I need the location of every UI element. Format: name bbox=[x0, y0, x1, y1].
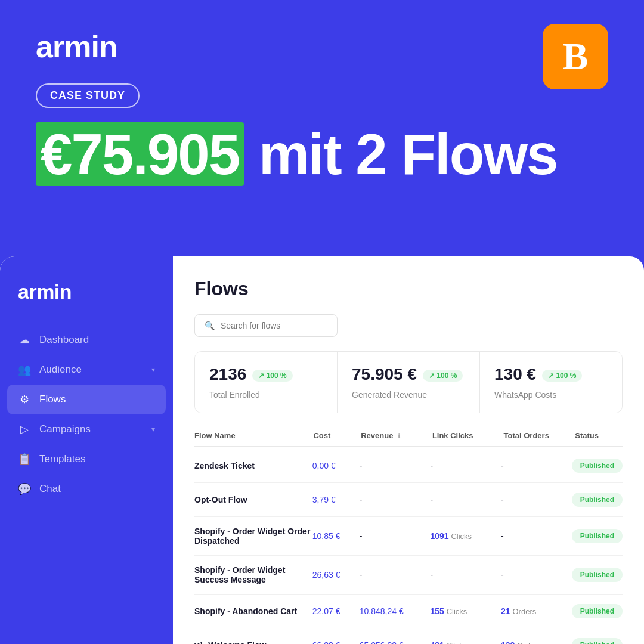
sidebar-item-dashboard[interactable]: ☁ Dashboard bbox=[0, 325, 173, 355]
status-badge: Published bbox=[572, 638, 623, 644]
cell-cost: 10,85 € bbox=[312, 531, 360, 541]
stat-card-enrolled: 2136 ↗ 100 % Total Enrolled bbox=[195, 352, 338, 413]
stat-label-costs: WhatsApp Costs bbox=[494, 390, 608, 400]
col-header-name: Flow Name bbox=[194, 431, 313, 440]
sidebar-item-flows[interactable]: ⚙ Flows bbox=[7, 385, 166, 414]
cell-status: Published bbox=[572, 493, 623, 507]
sidebar-item-label: Flows bbox=[39, 394, 66, 405]
stat-value-enrolled: 2136 bbox=[209, 365, 246, 384]
sidebar-item-templates[interactable]: 📋 Templates bbox=[0, 444, 173, 474]
campaigns-icon: ▷ bbox=[18, 423, 31, 436]
col-header-status: Status bbox=[575, 431, 623, 440]
cell-total-orders: - bbox=[501, 570, 572, 580]
status-badge: Published bbox=[572, 493, 623, 507]
search-input[interactable] bbox=[221, 321, 327, 330]
app-section: armin ☁ Dashboard 👥 Audience ▾ ⚙ Flows ▷… bbox=[0, 256, 644, 644]
audience-icon: 👥 bbox=[18, 363, 31, 376]
templates-icon: 📋 bbox=[18, 453, 31, 466]
main-content: Flows 🔍 2136 ↗ 100 % Total Enrolled 75.9… bbox=[173, 256, 644, 644]
sidebar-item-label: Templates bbox=[39, 453, 85, 465]
cell-revenue: - bbox=[360, 495, 431, 504]
cell-flow-name: v1_Welcome Flow bbox=[194, 640, 312, 644]
hero-headline: €75.905 mit 2 Flows bbox=[36, 125, 608, 185]
stat-label-revenue: Generated Revenue bbox=[352, 390, 465, 400]
stat-badge-costs: ↗ 100 % bbox=[542, 370, 582, 382]
cell-link-clicks: 1091 Clicks bbox=[430, 531, 501, 541]
dashboard-icon: ☁ bbox=[18, 333, 31, 346]
cell-flow-name: Shopify - Order Widget Order Dispatched bbox=[194, 527, 312, 546]
table-row[interactable]: Opt-Out Flow 3,79 € - - - Published bbox=[194, 483, 623, 517]
stat-badge-revenue: ↗ 100 % bbox=[423, 370, 463, 382]
cell-revenue: 65.056,88 € bbox=[360, 640, 431, 644]
table-header: Flow Name Cost Revenue ℹ Link Clicks Tot… bbox=[194, 425, 623, 447]
sidebar-item-label: Dashboard bbox=[39, 334, 89, 346]
status-badge: Published bbox=[572, 459, 623, 473]
stats-row: 2136 ↗ 100 % Total Enrolled 75.905 € ↗ 1… bbox=[194, 351, 623, 413]
table-row[interactable]: Shopify - Order Widget Success Message 2… bbox=[194, 556, 623, 595]
cell-total-orders: - bbox=[501, 531, 572, 541]
sidebar-item-audience[interactable]: 👥 Audience ▾ bbox=[0, 355, 173, 385]
cell-total-orders: - bbox=[501, 495, 572, 504]
stat-label-enrolled: Total Enrolled bbox=[209, 390, 323, 400]
cell-flow-name: Shopify - Order Widget Success Message bbox=[194, 565, 312, 584]
col-header-clicks: Link Clicks bbox=[432, 431, 504, 440]
cell-total-orders: 132 Orders bbox=[501, 640, 572, 644]
sidebar-item-label: Campaigns bbox=[39, 423, 91, 435]
chat-icon: 💬 bbox=[18, 482, 31, 496]
hero-logo: armin bbox=[36, 29, 608, 64]
cell-cost: 0,00 € bbox=[312, 461, 360, 470]
flows-icon: ⚙ bbox=[18, 393, 31, 406]
sidebar-item-label: Audience bbox=[39, 364, 82, 376]
cell-cost: 26,63 € bbox=[312, 570, 360, 580]
info-icon: ℹ bbox=[398, 432, 400, 439]
search-bar[interactable]: 🔍 bbox=[194, 314, 338, 337]
stat-card-costs: 130 € ↗ 100 % WhatsApp Costs bbox=[480, 352, 622, 413]
col-header-cost: Cost bbox=[313, 431, 361, 440]
partner-logo-letter: B bbox=[563, 35, 589, 79]
stat-card-revenue: 75.905 € ↗ 100 % Generated Revenue bbox=[338, 352, 480, 413]
cell-flow-name: Shopify - Abandoned Cart bbox=[194, 606, 312, 616]
cell-cost: 66,88 € bbox=[312, 640, 360, 644]
cell-status: Published bbox=[572, 568, 623, 582]
cell-status: Published bbox=[572, 529, 623, 543]
cell-link-clicks: 481 Clicks bbox=[430, 640, 501, 644]
table-row[interactable]: Shopify - Order Widget Order Dispatched … bbox=[194, 517, 623, 556]
cell-revenue: 10.848,24 € bbox=[360, 606, 431, 616]
status-badge: Published bbox=[572, 604, 623, 618]
chevron-down-icon: ▾ bbox=[151, 366, 155, 374]
cell-link-clicks: - bbox=[430, 495, 501, 504]
cell-revenue: - bbox=[360, 570, 431, 580]
sidebar-item-chat[interactable]: 💬 Chat bbox=[0, 474, 173, 504]
hero-section: armin CASE STUDY €75.905 mit 2 Flows B bbox=[0, 0, 644, 256]
page-title: Flows bbox=[194, 278, 623, 300]
cell-revenue: - bbox=[360, 461, 431, 470]
cell-status: Published bbox=[572, 604, 623, 618]
stat-value-costs: 130 € bbox=[494, 365, 536, 384]
col-header-revenue: Revenue ℹ bbox=[361, 431, 432, 440]
cell-flow-name: Opt-Out Flow bbox=[194, 495, 312, 504]
col-header-orders: Total Orders bbox=[504, 431, 575, 440]
cell-link-clicks: - bbox=[430, 570, 501, 580]
sidebar-item-campaigns[interactable]: ▷ Campaigns ▾ bbox=[0, 414, 173, 444]
status-badge: Published bbox=[572, 529, 623, 543]
case-study-badge: CASE STUDY bbox=[36, 83, 140, 108]
search-icon: 🔍 bbox=[205, 321, 215, 330]
sidebar: armin ☁ Dashboard 👥 Audience ▾ ⚙ Flows ▷… bbox=[0, 256, 173, 644]
table-row[interactable]: Shopify - Abandoned Cart 22,07 € 10.848,… bbox=[194, 595, 623, 628]
partner-logo: B bbox=[543, 24, 608, 89]
table-row[interactable]: Zendesk Ticket 0,00 € - - - Published bbox=[194, 449, 623, 483]
cell-status: Published bbox=[572, 459, 623, 473]
cell-total-orders: 21 Orders bbox=[501, 606, 572, 616]
cell-cost: 22,07 € bbox=[312, 606, 360, 616]
hero-headline-amount: €75.905 bbox=[36, 122, 244, 186]
cell-link-clicks: 155 Clicks bbox=[430, 606, 501, 616]
cell-revenue: - bbox=[360, 531, 431, 541]
cell-link-clicks: - bbox=[430, 461, 501, 470]
cell-flow-name: Zendesk Ticket bbox=[194, 461, 312, 470]
cell-total-orders: - bbox=[501, 461, 572, 470]
stat-value-revenue: 75.905 € bbox=[352, 365, 417, 384]
sidebar-logo: armin bbox=[0, 280, 173, 325]
table-row[interactable]: v1_Welcome Flow 66,88 € 65.056,88 € 481 … bbox=[194, 628, 623, 644]
cell-status: Published bbox=[572, 638, 623, 644]
cell-cost: 3,79 € bbox=[312, 495, 360, 504]
